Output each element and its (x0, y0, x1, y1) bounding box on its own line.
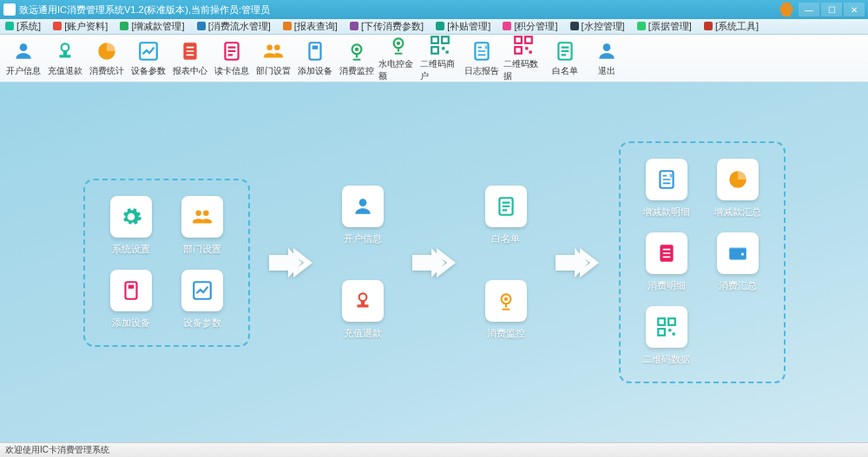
tile-dev-param[interactable]: 设备参数 (172, 270, 233, 330)
arrow-icon (554, 245, 602, 280)
toolbar-water[interactable]: 水电控金额 (378, 36, 418, 80)
tile-monitor[interactable]: 消费监控 (476, 280, 536, 340)
toolbar-log[interactable]: ¥日志报告 (462, 36, 502, 80)
svg-rect-4 (283, 22, 292, 30)
minimize-button[interactable]: — (799, 3, 819, 16)
toolbar-label: 二维码数据 (503, 58, 543, 82)
svg-rect-7 (503, 22, 511, 30)
menu-label: [消费流水管理] (208, 21, 271, 31)
toolbar-exit[interactable]: 退出 (587, 36, 627, 80)
tile-cons-sum[interactable]: 消费汇总 (707, 232, 768, 292)
menu-item[interactable]: [水控管理] (570, 20, 625, 33)
tile-label: 消费汇总 (719, 279, 757, 292)
toolbar-consume[interactable]: 消费统计 (87, 36, 127, 80)
tile-label: 消费监控 (487, 327, 525, 340)
user-icon (342, 186, 384, 227)
toolbar-report[interactable]: 报表中心 (170, 36, 210, 80)
stamp-icon (53, 39, 77, 63)
toolbar-dev-param[interactable]: 设备参数 (128, 36, 168, 80)
menu-item[interactable]: [下传消费参数] (350, 20, 424, 33)
menu-item[interactable]: [增减款管理] (120, 20, 184, 33)
toolbar-card[interactable]: 读卡信息 (212, 36, 252, 80)
svg-rect-18 (312, 46, 319, 49)
menu-item[interactable]: [补贴管理] (436, 20, 490, 33)
svg-rect-27 (446, 51, 449, 54)
cam-icon (485, 280, 527, 322)
svg-rect-38 (128, 284, 134, 288)
toolbar-open-info[interactable]: 开户信息 (3, 36, 43, 80)
toolbar-monitor[interactable]: 消费监控 (337, 36, 377, 80)
tile-inc-sum[interactable]: 增减款汇总 (707, 159, 768, 219)
status-bar: 欢迎使用IC卡消费管理系统 (0, 442, 868, 457)
window-controls: — ☐ ✕ (799, 3, 865, 16)
menu-item[interactable]: [系统工具] (704, 20, 759, 33)
tile-inc-detail[interactable]: ¥增减款明细 (636, 159, 697, 219)
svg-text:¥: ¥ (484, 44, 488, 50)
svg-rect-24 (442, 36, 449, 43)
tile-label: 消费明细 (648, 279, 686, 292)
toolbar-label: 读卡信息 (214, 65, 249, 77)
menu-item[interactable]: [票据管理] (637, 20, 692, 33)
stamp-icon (342, 280, 384, 322)
svg-point-44 (503, 297, 507, 300)
menu-item[interactable]: [报表查询] (283, 20, 338, 33)
chart-icon (136, 39, 161, 63)
toolbar-qr-data[interactable]: 二维码数据 (503, 36, 543, 80)
toolbar-qr-vend[interactable]: 二维码商户 (420, 36, 460, 80)
svg-point-36 (603, 43, 611, 51)
toolbar-label: 日志报告 (464, 65, 499, 77)
toolbar-label: 水电控金额 (378, 58, 418, 82)
tile-open-info[interactable]: 开户信息 (332, 186, 393, 245)
close-button[interactable]: ✕ (844, 3, 865, 16)
gear-icon (110, 196, 152, 238)
wallet-icon (717, 232, 759, 274)
svg-rect-3 (197, 22, 206, 30)
menu-label: [积分管理] (514, 21, 557, 31)
tile-sys-set[interactable]: 系统设置 (101, 196, 161, 256)
tile-cons-detail[interactable]: 消费明细 (636, 232, 697, 292)
device-icon (110, 270, 152, 311)
toolbar-label: 充值退款 (48, 65, 82, 77)
qr-icon (646, 306, 687, 348)
svg-point-41 (358, 293, 366, 301)
menu-label: [票据管理] (648, 21, 692, 31)
toolbar-whitelist[interactable]: 白名单 (545, 36, 585, 80)
svg-rect-52 (658, 318, 665, 325)
panel-settings: 系统设置部门设置添加设备设备参数 (83, 179, 250, 347)
svg-point-22 (397, 42, 400, 45)
tile-label: 增减款明细 (642, 206, 690, 219)
svg-rect-34 (529, 51, 532, 54)
tile-recharge[interactable]: 充值退款 (332, 280, 393, 340)
chart-icon (181, 270, 223, 311)
tile-whitelist[interactable]: 白名单 (476, 186, 536, 245)
menu-item[interactable]: [积分管理] (503, 20, 557, 33)
panel-operations: 白名单消费监控 (476, 186, 536, 340)
svg-rect-50 (729, 248, 746, 251)
menu-item[interactable]: [消费流水管理] (197, 20, 271, 33)
group-icon (261, 39, 286, 63)
arrow-icon (267, 245, 315, 280)
toolbar-label: 报表中心 (173, 65, 207, 77)
tile-dept-set[interactable]: 部门设置 (172, 196, 233, 256)
user-icon (11, 39, 36, 63)
tile-label: 设备参数 (183, 317, 221, 330)
svg-rect-5 (350, 22, 358, 30)
maximize-button[interactable]: ☐ (821, 3, 842, 16)
skin-icon[interactable] (779, 3, 793, 16)
toolbar-dept[interactable]: 部门设置 (253, 36, 293, 80)
svg-rect-54 (658, 329, 665, 336)
svg-rect-2 (120, 22, 128, 30)
svg-point-40 (358, 199, 366, 206)
menu-item[interactable]: [系统] (5, 20, 41, 33)
toolbar-recharge[interactable]: 充值退款 (45, 36, 85, 80)
list-icon (553, 39, 577, 63)
menu-label: [系统] (16, 21, 41, 31)
tile-qr-data[interactable]: 二维码数据 (636, 306, 697, 366)
svg-rect-31 (525, 36, 532, 43)
list-icon (220, 39, 244, 63)
toolbar-label: 白名单 (552, 65, 578, 77)
toolbar-label: 部门设置 (256, 65, 291, 77)
toolbar-add-dev[interactable]: 添加设备 (295, 36, 335, 80)
menu-item[interactable]: [账户资料] (53, 20, 108, 33)
tile-add-dev[interactable]: 添加设备 (101, 270, 161, 330)
